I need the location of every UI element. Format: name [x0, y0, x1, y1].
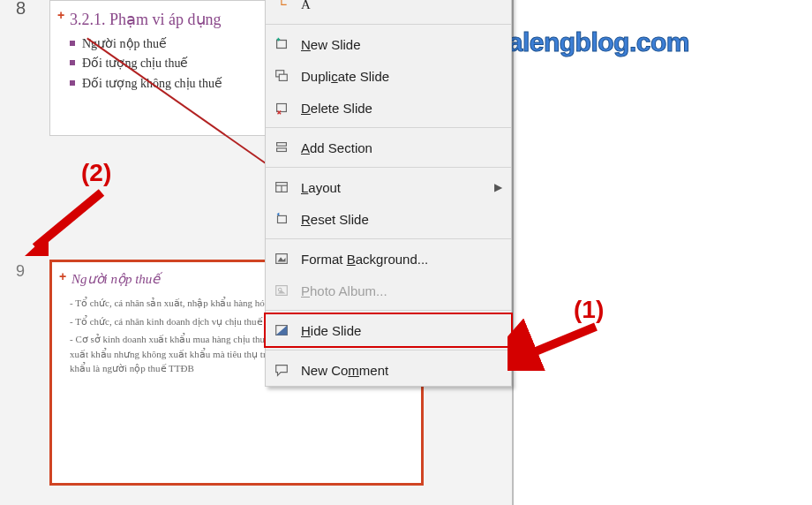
hide-slide-icon: [273, 321, 290, 339]
svg-rect-13: [278, 215, 287, 222]
svg-marker-15: [278, 257, 286, 261]
layout-icon: [273, 178, 290, 196]
menu-font-preview[interactable]: └ A: [266, 0, 511, 20]
arrow-annotation-2: [18, 185, 115, 265]
list-item: Đối tượng chịu thuế: [70, 54, 263, 73]
menu-duplicate-slide[interactable]: Duplicate Slide: [266, 60, 511, 92]
menu-label: Photo Album...: [301, 283, 387, 298]
svg-point-17: [278, 288, 282, 291]
menu-format-background[interactable]: Format Background...: [266, 243, 511, 275]
svg-rect-5: [277, 104, 287, 112]
svg-rect-9: [277, 148, 287, 152]
new-slide-icon: [273, 35, 290, 53]
add-section-icon: [273, 139, 290, 156]
menu-add-section[interactable]: Add Section: [266, 132, 511, 163]
menu-label: Add Section: [301, 140, 372, 155]
menu-reset-slide[interactable]: Reset Slide: [266, 203, 511, 235]
font-preview-label: A: [301, 0, 311, 12]
list-item: Đối tượng không chịu thuế: [70, 74, 263, 94]
menu-photo-album: Photo Album...: [266, 275, 511, 306]
menu-separator: [266, 238, 511, 239]
svg-marker-25: [25, 234, 49, 256]
slide-number-8: 8: [16, 0, 26, 19]
menu-label: Delete Slide: [301, 101, 372, 116]
menu-label: New Comment: [301, 363, 388, 378]
slide8-bullets: Người nộp thuế Đối tượng chịu thuế Đối t…: [61, 34, 263, 94]
delete-slide-icon: [273, 99, 290, 117]
chevron-right-icon: ▶: [494, 181, 502, 193]
menu-separator: [266, 24, 511, 25]
format-background-icon: [273, 250, 290, 268]
svg-rect-4: [279, 74, 287, 80]
font-icon: └: [273, 0, 290, 13]
menu-layout[interactable]: Layout ▶: [266, 171, 511, 203]
svg-marker-20: [276, 326, 288, 335]
svg-line-24: [35, 192, 102, 247]
slide-editor-surface[interactable]: [514, 0, 812, 505]
menu-label: Reset Slide: [301, 212, 369, 227]
slide-context-menu: └ A New Slide Duplicate Slide Delete Sli…: [265, 0, 512, 387]
list-item: Người nộp thuế: [70, 34, 263, 54]
slide-thumbnail-8[interactable]: + 3.2.1. Phạm vi áp dụng Người nộp thuế …: [49, 0, 274, 136]
collapse-icon: +: [59, 269, 66, 283]
svg-rect-0: [277, 41, 287, 49]
menu-label: Format Background...: [301, 252, 428, 267]
menu-separator: [266, 310, 511, 311]
photo-album-icon: [273, 282, 290, 299]
new-comment-icon: [273, 361, 290, 379]
menu-new-slide[interactable]: New Slide: [266, 28, 511, 60]
menu-separator: [266, 167, 511, 168]
collapse-icon: +: [57, 8, 64, 22]
svg-rect-8: [277, 143, 287, 147]
menu-label: New Slide: [301, 37, 361, 52]
annotation-label-2: (2): [81, 159, 111, 187]
annotation-label-1: (1): [574, 296, 604, 324]
menu-separator: [266, 127, 511, 128]
menu-separator: [266, 350, 511, 350]
menu-hide-slide[interactable]: Hide Slide: [264, 313, 513, 348]
menu-delete-slide[interactable]: Delete Slide: [266, 92, 511, 124]
menu-label: Hide Slide: [301, 323, 361, 338]
duplicate-slide-icon: [273, 67, 290, 85]
menu-label: Layout: [301, 180, 341, 195]
menu-new-comment[interactable]: New Comment: [266, 354, 511, 386]
menu-label: Duplicate Slide: [301, 69, 389, 84]
slide8-title: 3.2.1. Phạm vi áp dụng: [61, 10, 263, 29]
reset-slide-icon: [273, 210, 290, 228]
